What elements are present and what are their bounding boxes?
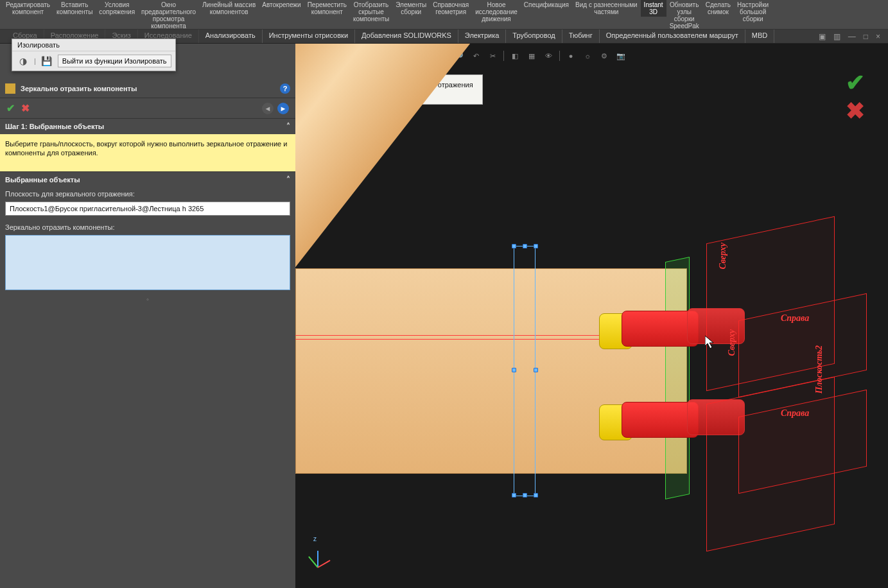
- view-settings-icon[interactable]: ⚙: [598, 50, 610, 62]
- cursor-icon: [705, 336, 717, 350]
- pm-step-nav: ◄ ►: [262, 103, 289, 114]
- axis-z-label: z: [313, 535, 317, 542]
- ribbon-toolbar: Редактировать компонент Вставить компоне…: [0, 0, 888, 30]
- property-manager-panel: Зеркально отразить компоненты ? ✔ ✖ ◄ ► …: [0, 44, 295, 588]
- viewport-layout-icon[interactable]: ▣: [819, 32, 826, 41]
- tab-piping[interactable]: Трубопровод: [506, 30, 562, 43]
- ribbon-snapshot[interactable]: Сделать снимок: [702, 0, 734, 17]
- selected-objects-section: Выбранные объекты ˄ Плоскость для зеркал…: [0, 171, 295, 303]
- previous-view-icon[interactable]: ↶: [470, 50, 482, 62]
- step1-section: Шаг 1: Выбранные объекты ˄ Выберите гран…: [0, 118, 295, 171]
- ribbon-reference-geometry[interactable]: Справочная геометрия: [430, 0, 472, 17]
- isolate-save-icon[interactable]: 💾: [40, 54, 54, 68]
- isolate-visibility-icon[interactable]: ◑: [16, 54, 30, 68]
- selection-handle[interactable]: [534, 368, 538, 372]
- step1-header-label: Шаг 1: Выбранные объекты: [5, 123, 104, 130]
- ribbon-edit-component[interactable]: Редактировать компонент: [3, 0, 53, 17]
- pm-header: Зеркально отразить компоненты ?: [0, 80, 295, 98]
- pm-title: Зеркально отразить компоненты: [21, 85, 275, 92]
- selection-handle[interactable]: [523, 493, 527, 497]
- plane-label-top: Сверху: [727, 329, 737, 356]
- mirror-components-icon: [5, 83, 15, 94]
- mirror-plane-preview[interactable]: [665, 257, 690, 499]
- selected-plane-outline[interactable]: [514, 246, 535, 496]
- tab-electrical[interactable]: Электрика: [458, 30, 507, 43]
- ribbon-linear-pattern[interactable]: Линейный массив компонентов: [199, 0, 259, 17]
- viewport-reject-button[interactable]: ✖: [846, 98, 865, 125]
- viewport-accept-button[interactable]: ✔: [846, 69, 865, 96]
- ribbon-instant-3d[interactable]: Instant 3D: [641, 0, 666, 17]
- ribbon-show-hidden[interactable]: Отобразить скрытые компоненты: [350, 0, 392, 24]
- step-forward-button[interactable]: ►: [277, 103, 289, 114]
- ribbon-speedpak[interactable]: Обновить узлы сборки SpeedPak: [666, 0, 702, 31]
- selection-handle[interactable]: [512, 244, 516, 248]
- tab-user-route[interactable]: Определенный пользователем маршрут: [600, 30, 745, 43]
- graphics-viewport[interactable]: 🔍 🔎 ↶ ✂ ◧ ▦ 👁 ● ☼ ⚙ 📷 м… Не допускается …: [295, 44, 888, 588]
- camera-icon[interactable]: 📷: [615, 50, 627, 62]
- cancel-button[interactable]: ✖: [21, 102, 30, 114]
- selection-handle[interactable]: [512, 368, 516, 372]
- selected-objects-label: Выбранные объекты: [5, 176, 80, 184]
- plane-label-right: Справа: [781, 408, 809, 419]
- orientation-triad[interactable]: z: [306, 544, 329, 567]
- ribbon-mates[interactable]: Условия сопряжения: [96, 0, 138, 17]
- minimize-icon[interactable]: —: [848, 32, 856, 41]
- exit-isolate-button[interactable]: Выйти из функции Изолировать: [58, 55, 171, 67]
- tab-tubing[interactable]: Тюбинг: [562, 30, 600, 43]
- ribbon-move-component[interactable]: Переместить компонент: [304, 0, 350, 17]
- selection-handle[interactable]: [523, 244, 527, 248]
- step1-hint: Выберите грань/плоскость, вокруг которой…: [0, 134, 295, 171]
- separator: [559, 51, 560, 61]
- mirror-plane-input[interactable]: [5, 202, 290, 216]
- selected-objects-header[interactable]: Выбранные объекты ˄: [0, 172, 295, 187]
- axis-z: [317, 551, 318, 567]
- collapse-icon[interactable]: ˄: [286, 175, 290, 184]
- mirror-plane-label: Плоскость для зеркального отражения:: [0, 187, 295, 200]
- close-icon[interactable]: ×: [876, 32, 880, 41]
- appearance-icon[interactable]: ●: [565, 50, 577, 62]
- viewport-split-icon[interactable]: ▥: [833, 32, 840, 41]
- list-resize-handle[interactable]: ◦: [0, 295, 295, 303]
- display-style-icon[interactable]: ▦: [526, 50, 537, 62]
- separator: [503, 51, 504, 61]
- step-back-button[interactable]: ◄: [262, 103, 274, 114]
- axis-x: [318, 560, 331, 568]
- section-view-icon[interactable]: ✂: [487, 50, 498, 62]
- isolate-toolbar: Изолировать ◑ | 💾 Выйти из функции Изоли…: [12, 39, 176, 71]
- hide-show-icon[interactable]: 👁: [543, 50, 554, 62]
- pm-action-row: ✔ ✖ ◄ ►: [0, 98, 295, 118]
- collapse-icon[interactable]: ˄: [286, 122, 290, 131]
- plane-label-right: Справа: [781, 313, 809, 324]
- isolate-title: Изолировать: [12, 39, 175, 51]
- window-controls: ▣ ▥ — □ ×: [819, 30, 888, 43]
- ribbon-motion-study[interactable]: Новое исследование движения: [472, 0, 521, 24]
- tab-analyze[interactable]: Анализировать: [199, 30, 263, 43]
- plane-label-plane2: Плоскость2: [814, 345, 824, 393]
- ribbon-autofasteners[interactable]: Автокрепежи: [259, 0, 304, 10]
- ok-button[interactable]: ✔: [6, 102, 15, 114]
- plane-label-top: Сверху: [718, 243, 728, 270]
- help-icon[interactable]: ?: [280, 83, 290, 94]
- tab-sw-addins[interactable]: Добавления SOLIDWORKS: [355, 30, 458, 43]
- view-orientation-icon[interactable]: ◧: [509, 50, 521, 62]
- ribbon-assembly-features[interactable]: Элементы сборки: [392, 0, 430, 17]
- selection-handle[interactable]: [534, 244, 538, 248]
- tab-render-tools[interactable]: Инструменты отрисовки: [263, 30, 355, 43]
- mirror-components-label: Зеркально отразить компоненты:: [0, 221, 295, 234]
- tab-mbd[interactable]: MBD: [745, 30, 774, 43]
- ribbon-insert-components[interactable]: Вставить компоненты: [53, 0, 96, 17]
- selection-handle[interactable]: [512, 493, 516, 497]
- maximize-icon[interactable]: □: [864, 32, 868, 41]
- mirror-components-listbox[interactable]: [5, 235, 290, 290]
- step1-header[interactable]: Шаг 1: Выбранные объекты ˄: [0, 119, 295, 134]
- ribbon-exploded-view[interactable]: Вид с разнесенными частями: [572, 0, 641, 17]
- svg-marker-0: [705, 336, 713, 349]
- scene-icon[interactable]: ☼: [582, 50, 593, 62]
- ribbon-preview-window[interactable]: Окно предварительного просмотра компонен…: [138, 0, 199, 31]
- selection-handle[interactable]: [534, 493, 538, 497]
- ribbon-large-assembly[interactable]: Настройки большой сборки: [734, 0, 772, 24]
- ribbon-bom[interactable]: Спецификация: [521, 0, 572, 10]
- model-block-main: [295, 268, 687, 474]
- heads-up-view-toolbar: 🔍 🔎 ↶ ✂ ◧ ▦ 👁 ● ☼ ⚙ 📷: [437, 50, 627, 62]
